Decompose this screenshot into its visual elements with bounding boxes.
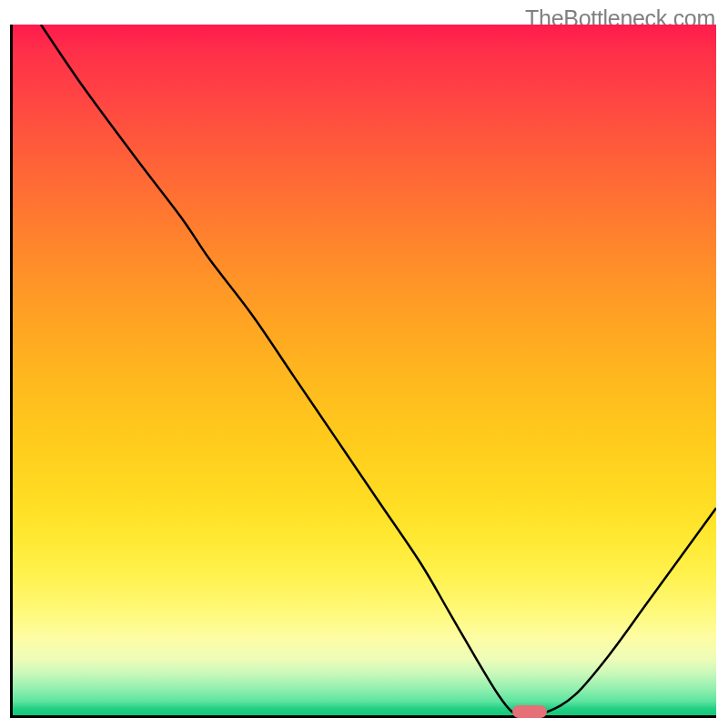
optimal-marker xyxy=(512,705,547,718)
chart-plot-area xyxy=(10,25,716,718)
chart-curve xyxy=(13,25,716,715)
